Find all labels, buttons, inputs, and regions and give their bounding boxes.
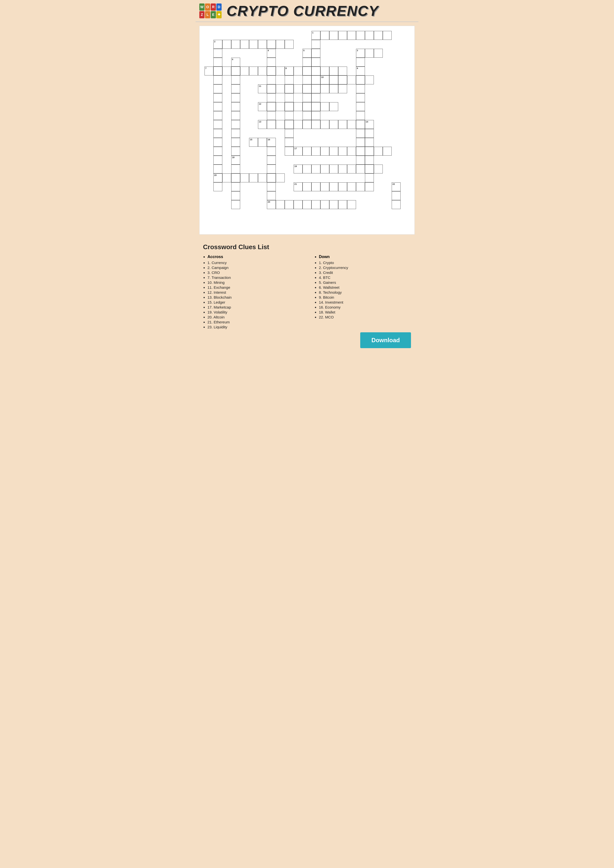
crossword-cell[interactable] (311, 182, 320, 191)
crossword-cell[interactable] (231, 164, 240, 174)
crossword-cell[interactable] (374, 164, 383, 174)
crossword-cell[interactable] (338, 200, 347, 209)
crossword-cell[interactable] (365, 147, 374, 156)
crossword-cell[interactable]: 12 (258, 102, 267, 111)
crossword-cell[interactable] (311, 93, 320, 102)
crossword-cell[interactable] (392, 200, 401, 209)
crossword-cell[interactable] (222, 40, 231, 49)
crossword-cell[interactable] (276, 40, 285, 49)
crossword-cell[interactable] (356, 120, 365, 129)
crossword-cell[interactable] (320, 147, 329, 156)
crossword-cell[interactable] (303, 120, 311, 129)
crossword-cell[interactable] (249, 40, 258, 49)
crossword-cell[interactable]: 19 (294, 164, 303, 174)
crossword-cell[interactable] (213, 164, 222, 174)
crossword-cell[interactable] (240, 67, 249, 76)
crossword-cell[interactable] (311, 67, 320, 76)
crossword-cell[interactable] (258, 67, 267, 76)
crossword-cell[interactable] (276, 200, 285, 209)
crossword-cell[interactable] (213, 93, 222, 102)
crossword-cell[interactable] (267, 174, 276, 182)
crossword-cell[interactable]: 17 (294, 147, 303, 156)
crossword-cell[interactable] (311, 57, 320, 67)
crossword-cell[interactable] (285, 138, 294, 147)
crossword-cell[interactable]: 15 (249, 138, 258, 147)
crossword-cell[interactable] (303, 67, 311, 76)
crossword-cell[interactable] (356, 156, 365, 164)
crossword-cell[interactable] (294, 200, 303, 209)
crossword-cell[interactable] (338, 67, 347, 76)
crossword-cell[interactable]: 10 (320, 76, 329, 84)
crossword-cell[interactable] (347, 147, 356, 156)
crossword-cell[interactable] (329, 182, 338, 191)
crossword-cell[interactable] (213, 76, 222, 84)
crossword-cell[interactable] (374, 31, 383, 40)
crossword-cell[interactable]: 23 (267, 200, 276, 209)
crossword-cell[interactable] (365, 156, 374, 164)
crossword-cell[interactable] (213, 120, 222, 129)
crossword-cell[interactable] (356, 31, 365, 40)
crossword-cell[interactable] (267, 111, 276, 120)
crossword-cell[interactable] (329, 84, 338, 93)
crossword-cell[interactable] (231, 84, 240, 93)
crossword-cell[interactable] (365, 164, 374, 174)
crossword-cell[interactable] (267, 40, 276, 49)
crossword-cell[interactable] (213, 84, 222, 93)
crossword-cell[interactable] (320, 200, 329, 209)
crossword-cell[interactable] (303, 102, 311, 111)
crossword-cell[interactable] (374, 147, 383, 156)
crossword-cell[interactable] (356, 76, 365, 84)
crossword-cell[interactable] (320, 182, 329, 191)
crossword-cell[interactable] (365, 174, 374, 182)
crossword-cell[interactable] (267, 147, 276, 156)
crossword-cell[interactable] (365, 31, 374, 40)
crossword-cell[interactable] (356, 102, 365, 111)
crossword-cell[interactable] (231, 200, 240, 209)
crossword-cell[interactable] (303, 57, 311, 67)
crossword-cell[interactable] (285, 76, 294, 84)
crossword-cell[interactable] (222, 174, 231, 182)
crossword-cell[interactable] (267, 120, 276, 129)
crossword-cell[interactable] (303, 200, 311, 209)
crossword-cell[interactable] (311, 120, 320, 129)
crossword-cell[interactable]: 4 (267, 49, 276, 57)
crossword-cell[interactable]: 9 (356, 67, 365, 76)
crossword-cell[interactable]: 21 (294, 182, 303, 191)
crossword-cell[interactable] (329, 120, 338, 129)
crossword-cell[interactable] (365, 138, 374, 147)
crossword-cell[interactable] (285, 111, 294, 120)
crossword-cell[interactable] (285, 93, 294, 102)
crossword-cell[interactable] (303, 182, 311, 191)
crossword-cell[interactable] (356, 57, 365, 67)
crossword-cell[interactable] (347, 182, 356, 191)
crossword-cell[interactable] (320, 102, 329, 111)
crossword-cell[interactable] (356, 111, 365, 120)
crossword-cell[interactable] (249, 174, 258, 182)
crossword-cell[interactable] (356, 93, 365, 102)
crossword-cell[interactable] (356, 129, 365, 138)
crossword-cell[interactable] (276, 84, 285, 93)
crossword-cell[interactable] (276, 102, 285, 111)
crossword-cell[interactable] (320, 164, 329, 174)
crossword-cell[interactable] (285, 147, 294, 156)
crossword-cell[interactable] (294, 102, 303, 111)
crossword-cell[interactable] (267, 57, 276, 67)
crossword-cell[interactable] (329, 31, 338, 40)
crossword-cell[interactable] (267, 156, 276, 164)
crossword-cell[interactable] (311, 40, 320, 49)
crossword-cell[interactable]: 5 (303, 49, 311, 57)
crossword-cell[interactable] (311, 49, 320, 57)
crossword-cell[interactable] (303, 84, 311, 93)
crossword-cell[interactable] (276, 174, 285, 182)
crossword-cell[interactable] (338, 76, 347, 84)
crossword-cell[interactable]: 18 (231, 156, 240, 164)
crossword-cell[interactable] (329, 102, 338, 111)
crossword-cell[interactable]: 2 (213, 40, 222, 49)
crossword-cell[interactable] (294, 84, 303, 93)
crossword-cell[interactable] (258, 40, 267, 49)
crossword-cell[interactable] (320, 31, 329, 40)
crossword-cell[interactable] (267, 164, 276, 174)
crossword-cell[interactable] (383, 31, 392, 40)
crossword-cell[interactable] (329, 164, 338, 174)
crossword-cell[interactable]: 6 (231, 57, 240, 67)
